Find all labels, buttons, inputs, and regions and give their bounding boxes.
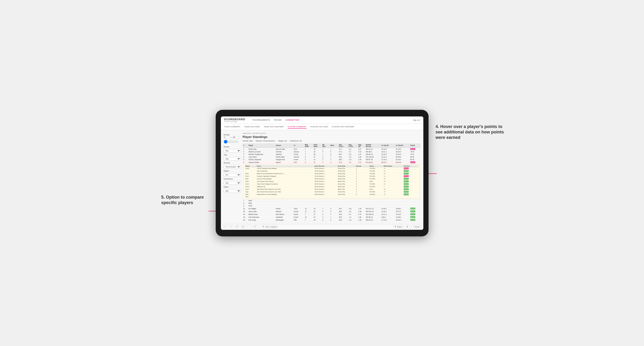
annotation-right: 4. Hover over a player's points to see a…	[436, 124, 504, 141]
col-school: School	[275, 143, 293, 148]
logo-area: SCOREBOARD Powered by clippi	[224, 118, 245, 122]
gender-select[interactable]: Men	[224, 149, 241, 153]
tt-col-rank: Rank Impact	[383, 165, 403, 167]
table-row: 3 Michael Thorbjornsen Stanford Fourth 1…	[243, 153, 420, 156]
tt-row: PhichSouthern Highlands CollegiateNCAA D…	[245, 175, 418, 177]
tt-col-status: Status	[369, 165, 383, 167]
cell-vs25: 29-15-0	[381, 148, 395, 151]
table-row: 9Prest	[243, 204, 420, 207]
tt-row: Tiger InvitationalNCAA Division IStroke …	[245, 170, 418, 173]
col-wins: Wins	[330, 143, 338, 148]
player-label: Player	[224, 186, 241, 188]
region-label: Region	[224, 170, 241, 172]
no-rds-row: –	[224, 136, 241, 139]
points-badge[interactable]: 88.22	[410, 148, 415, 150]
col-record: OverallRecord	[365, 143, 380, 148]
watch-icon: 👁	[394, 226, 396, 228]
col-num: #	[243, 143, 248, 148]
tt-row: MareAmer An IntercollegiateNCAA Division…	[245, 177, 418, 180]
tt-col-div: Event Division	[314, 165, 337, 167]
filter-region: All	[285, 140, 287, 142]
cell-vs50: 57-23-0	[395, 148, 410, 151]
cell-school: Arizona State	[275, 148, 293, 151]
sign-out-button[interactable]: Sign out	[413, 119, 420, 121]
standings-table: # Player School Yr RegRank ConfRank NoRd…	[243, 143, 420, 221]
tt-row: Alex CFallen Oak Collegiate Invitational…	[245, 183, 418, 185]
conference-label: Conference	[224, 178, 241, 180]
tooltip-inner: Player Event Event Division Event Type R…	[243, 164, 420, 199]
tt-row: DavidWilliams CupNCAA Division IMatch Pl…	[245, 185, 418, 188]
refresh-button[interactable]: ⟳	[235, 225, 239, 229]
filter-row: Gender: Men Division: NCAA Division I Re…	[243, 140, 420, 142]
division-select[interactable]: NCAA Division I	[224, 165, 241, 169]
tooltip-row: Player Event Event Division Event Type R…	[243, 164, 420, 199]
top-nav: SCOREBOARD Powered by clippi TOURNAMENTS…	[221, 116, 423, 124]
filter-conference: All	[300, 140, 302, 142]
redo-button[interactable]: ↪	[229, 225, 233, 229]
view-original-button[interactable]: 👁 View: Original	[261, 225, 278, 229]
clock-button[interactable]: ⏱	[253, 225, 257, 229]
no-rds-max-input[interactable]	[232, 136, 239, 139]
sub-nav-player-summary[interactable]: PLAYER SUMMARY	[288, 125, 306, 129]
table-row: 22 Ian Gilligan Florida Third 10 24 1 0 …	[243, 207, 420, 210]
sub-nav: TEAM SUMMARY TEAM H2H GRID TEAM H2H HEAT…	[221, 124, 423, 130]
copy-button[interactable]: ⧉	[241, 225, 245, 229]
view-icon: 👁	[262, 226, 264, 228]
col-avg-sg: AvgSG	[358, 143, 365, 148]
no-rds-label: No Rds.	[224, 134, 241, 136]
sub-nav-team-h2h-heatmap[interactable]: TEAM H2H HEATMAP	[264, 125, 284, 129]
gender-label: Gender	[224, 146, 241, 148]
sub-nav-player-h2h-grid[interactable]: PLAYER H2H GRID	[310, 125, 328, 129]
cell-record: 381-61-11	[365, 148, 380, 151]
table-row: 1 Wenyi Ding Arizona State First 1 15 1 …	[243, 148, 420, 151]
tt-col-event: Event	[256, 165, 314, 167]
cell-wins: 1	[330, 148, 338, 151]
share-button[interactable]: ↗ Share	[411, 225, 421, 229]
tt-col-wpoints: W Points	[403, 165, 418, 167]
player-select[interactable]: (All)	[224, 189, 241, 193]
nav-links: TOURNAMENTS TEAMS COMMITTEE	[252, 118, 408, 122]
col-no-rds: NoRds.	[322, 143, 330, 148]
table-row: 5 Christo Lamprecht Georgia Tech Fourth …	[243, 158, 420, 161]
tt-col-type: Event Type	[337, 165, 355, 167]
tablet-screen: SCOREBOARD Powered by clippi TOURNAMENTS…	[221, 116, 423, 230]
undo-button[interactable]: ↩	[223, 225, 227, 229]
col-adj-score: Adj.Score	[338, 143, 348, 148]
points-badge-highlighted[interactable]: 68.18	[410, 161, 415, 163]
tt-row: MuttiMirabel Maui Jim IntercollegiateNCA…	[245, 193, 418, 196]
sub-nav-team-h2h-grid[interactable]: TEAM H2H GRID	[244, 125, 260, 129]
col-vs25: Vs Top 25	[381, 143, 395, 148]
col-to-par: Avgto Par	[348, 143, 358, 148]
cell-points[interactable]: 88.22	[410, 148, 420, 151]
cell-avg-sg: 3.07	[358, 148, 365, 151]
division-label: Division	[224, 162, 241, 164]
no-rds-min-input[interactable]	[224, 136, 230, 139]
table-row: 8Mats	[243, 202, 420, 204]
sidebar: No Rds. – Gender Men Year (All)	[224, 133, 241, 221]
no-rds-slider[interactable]	[224, 140, 238, 144]
share-icon: ↗	[412, 226, 414, 228]
tt-row: TigerSEC Stroke Play hosted by Jerry Pat…	[245, 190, 418, 193]
region-select[interactable]: N/A	[224, 173, 241, 177]
nav-committee[interactable]: COMMITTEE	[286, 118, 300, 122]
col-reg-rank: RegRank	[304, 143, 313, 148]
col-conf-rank: ConfRank	[313, 143, 322, 148]
update-time: Update time: 27/01/2024 16:56:26	[243, 133, 420, 134]
watch-button[interactable]: 👁 Watch	[393, 225, 404, 229]
nav-tournaments[interactable]: TOURNAMENTS	[252, 118, 270, 122]
conference-select[interactable]: (All)	[224, 181, 241, 185]
tt-col-player: Player	[245, 165, 256, 167]
table-row: 23 Jack Lundin Missouri Fourth 11 24 0 0…	[243, 210, 420, 213]
nav-teams[interactable]: TEAMS	[274, 118, 282, 122]
filter-gender: Men	[250, 140, 253, 142]
more-button[interactable]: ⋯	[247, 225, 251, 229]
filter-division: NCAA Division I	[263, 140, 276, 142]
logo-sub: Powered by clippi	[224, 121, 245, 122]
table-row: 2 Michael La Sasso Ole Miss Second 1 18 …	[243, 151, 420, 153]
cell-conf-rank: 15	[313, 148, 322, 151]
download-button[interactable]: ⬇	[405, 225, 410, 229]
year-select[interactable]: (All)	[224, 157, 241, 161]
sub-nav-player-h2h-heatmap[interactable]: PLAYER H2H HEATMAP	[332, 125, 354, 129]
tt-row: Luke ISEC Match Play hosted by Jerry Pat…	[245, 188, 418, 190]
sub-nav-team-summary[interactable]: TEAM SUMMARY	[224, 125, 240, 129]
